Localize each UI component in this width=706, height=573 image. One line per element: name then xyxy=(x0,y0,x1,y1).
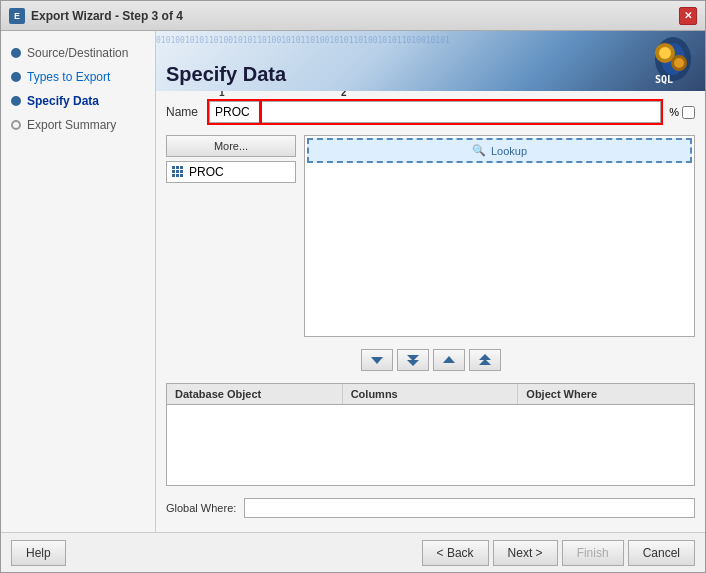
more-button[interactable]: More... xyxy=(166,135,296,157)
move-down-all-button[interactable] xyxy=(397,349,429,371)
page-title: Specify Data xyxy=(166,63,286,86)
svg-rect-8 xyxy=(176,166,179,169)
sidebar-item-specify-data[interactable]: Specify Data xyxy=(1,89,155,113)
title-bar: E Export Wizard - Step 3 of 4 ✕ xyxy=(1,1,705,31)
percent-checkbox: % xyxy=(669,106,695,119)
arrow-buttons xyxy=(166,349,695,371)
move-up-all-button[interactable] xyxy=(469,349,501,371)
header-banner: 0101001010110100101011010010101101001010… xyxy=(156,31,705,91)
app-logo: SQL xyxy=(635,31,695,86)
lookup-row[interactable]: 🔍 Lookup xyxy=(307,138,692,163)
title-bar-left: E Export Wizard - Step 3 of 4 xyxy=(9,8,183,24)
main-panel: 0101001010110100101011010010101101001010… xyxy=(156,31,705,532)
footer-right: < Back Next > Finish Cancel xyxy=(422,540,695,566)
name-input-wrapper: 1 2 xyxy=(209,101,661,123)
svg-marker-19 xyxy=(443,356,455,363)
lookup-label: Lookup xyxy=(491,145,527,157)
name-input[interactable] xyxy=(209,101,661,123)
svg-marker-21 xyxy=(479,354,491,360)
cancel-button[interactable]: Cancel xyxy=(628,540,695,566)
footer-left: Help xyxy=(11,540,66,566)
left-panel: More... xyxy=(166,135,296,337)
svg-point-3 xyxy=(659,47,671,59)
svg-rect-9 xyxy=(180,166,183,169)
move-down-button[interactable] xyxy=(361,349,393,371)
back-button[interactable]: < Back xyxy=(422,540,489,566)
svg-rect-13 xyxy=(172,174,175,177)
svg-rect-15 xyxy=(180,174,183,177)
global-where-row: Global Where: xyxy=(166,494,695,522)
svg-text:SQL: SQL xyxy=(655,74,673,85)
svg-point-5 xyxy=(674,58,684,68)
proc-label: PROC xyxy=(189,165,224,179)
lookup-icon: 🔍 xyxy=(472,144,486,157)
window-title: Export Wizard - Step 3 of 4 xyxy=(31,9,183,23)
step-indicator-3 xyxy=(11,96,21,106)
sidebar-label-3: Specify Data xyxy=(27,94,99,108)
sidebar-label-1: Source/Destination xyxy=(27,46,128,60)
svg-rect-10 xyxy=(172,170,175,173)
binary-decoration: 0101001010110100101011010010101101001010… xyxy=(156,36,645,46)
annotation-num-1: 1 xyxy=(219,91,225,98)
annotation-num-2: 2 xyxy=(341,91,347,98)
svg-marker-16 xyxy=(371,357,383,364)
footer: Help < Back Next > Finish Cancel xyxy=(1,532,705,572)
svg-rect-11 xyxy=(176,170,179,173)
move-up-button[interactable] xyxy=(433,349,465,371)
col-database-object: Database Object xyxy=(167,384,343,404)
next-button[interactable]: Next > xyxy=(493,540,558,566)
name-label: Name xyxy=(166,105,201,119)
col-object-where: Object Where xyxy=(518,384,694,404)
step-indicator-1 xyxy=(11,48,21,58)
global-where-input[interactable] xyxy=(244,498,695,518)
sidebar-item-export-summary[interactable]: Export Summary xyxy=(1,113,155,137)
sidebar: Source/Destination Types to Export Speci… xyxy=(1,31,156,532)
sidebar-label-2: Types to Export xyxy=(27,70,110,84)
global-where-label: Global Where: xyxy=(166,502,236,514)
help-button[interactable]: Help xyxy=(11,540,66,566)
bottom-table: Database Object Columns Object Where xyxy=(166,383,695,486)
proc-item[interactable]: PROC xyxy=(166,161,296,183)
table-header: Database Object Columns Object Where xyxy=(167,384,694,405)
app-icon: E xyxy=(9,8,25,24)
split-area: More... xyxy=(166,135,695,337)
svg-marker-18 xyxy=(407,360,419,366)
step-indicator-4 xyxy=(11,120,21,130)
name-row: Name 1 2 % xyxy=(166,101,695,123)
col-columns: Columns xyxy=(343,384,519,404)
close-button[interactable]: ✕ xyxy=(679,7,697,25)
sidebar-item-types-to-export[interactable]: Types to Export xyxy=(1,65,155,89)
finish-button[interactable]: Finish xyxy=(562,540,624,566)
svg-rect-12 xyxy=(180,170,183,173)
grid-icon xyxy=(171,165,185,179)
sidebar-label-4: Export Summary xyxy=(27,118,116,132)
svg-rect-7 xyxy=(172,166,175,169)
step-indicator-2 xyxy=(11,72,21,82)
table-body xyxy=(167,405,694,485)
sidebar-item-source-destination[interactable]: Source/Destination xyxy=(1,41,155,65)
main-content-area: Name 1 2 % xyxy=(156,91,705,532)
svg-rect-14 xyxy=(176,174,179,177)
percent-label: % xyxy=(669,106,679,118)
content-area: Source/Destination Types to Export Speci… xyxy=(1,31,705,532)
main-window: E Export Wizard - Step 3 of 4 ✕ Source/D… xyxy=(0,0,706,573)
percent-check[interactable] xyxy=(682,106,695,119)
right-panel: 🔍 Lookup xyxy=(304,135,695,337)
